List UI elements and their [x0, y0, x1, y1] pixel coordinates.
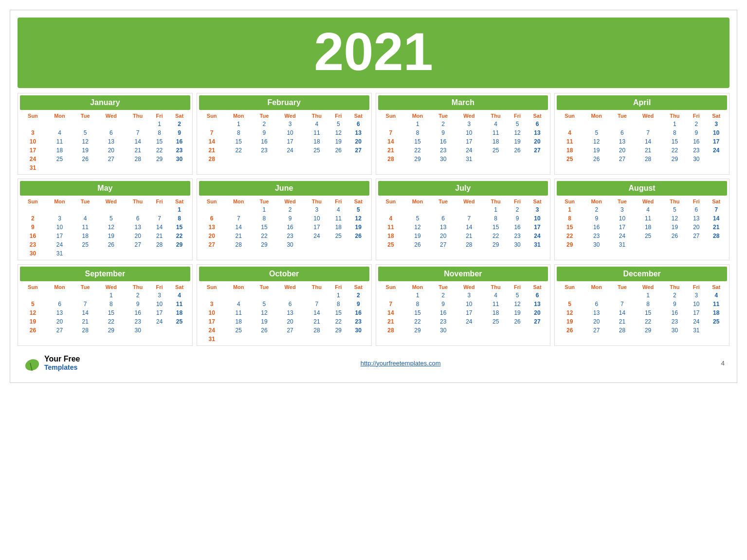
day-header-wed: Wed [97, 283, 125, 291]
calendar-day: 7 [304, 300, 329, 308]
calendar-day: 14 [634, 137, 662, 146]
calendar-day: 18 [168, 308, 190, 317]
calendar-day: 8 [225, 128, 253, 137]
calendar-day: 6 [199, 214, 225, 223]
calendar-day [583, 163, 610, 165]
calendar-day: 15 [557, 223, 583, 232]
calendar-day [329, 335, 347, 343]
calendar-day: 6 [432, 214, 455, 223]
calendar-day: 13 [687, 214, 705, 223]
day-header-tue: Tue [610, 112, 634, 120]
calendar-day: 12 [347, 214, 369, 223]
calendar-day [662, 163, 688, 165]
calendar-day: 11 [225, 308, 253, 317]
calendar-day: 1 [403, 120, 431, 128]
day-header-thu: Thu [483, 112, 509, 120]
calendar-day: 11 [168, 300, 190, 308]
day-header-mon: Mon [46, 198, 73, 205]
month-title-may: May [20, 181, 190, 196]
calendar-day: 17 [527, 223, 548, 232]
day-header-wed: Wed [455, 112, 483, 120]
day-header-tue: Tue [73, 112, 97, 120]
calendar-day [150, 163, 168, 172]
calendar-day: 21 [304, 317, 329, 326]
calendar-day: 12 [508, 300, 526, 308]
calendar-day: 3 [610, 205, 634, 214]
calendar-day: 12 [97, 223, 125, 232]
calendar-day: 28 [378, 155, 404, 163]
calendar-day: 5 [662, 205, 688, 214]
calendar-day: 11 [46, 137, 73, 146]
calendar-day: 9 [432, 128, 455, 137]
day-header-wed: Wed [276, 112, 304, 120]
calendar-day: 16 [583, 223, 610, 232]
calendar-day: 22 [168, 232, 190, 240]
calendar-day: 6 [46, 300, 73, 308]
calendar-day [347, 335, 369, 343]
month-block-june: JuneSunMonTueWedThuFriSat123456789101112… [197, 179, 372, 260]
calendar-day: 19 [508, 308, 526, 317]
calendar-day: 5 [73, 128, 97, 137]
calendar-day: 10 [304, 214, 329, 223]
day-header-fri: Fri [329, 283, 347, 291]
calendar-day [378, 163, 404, 165]
calendar-day: 13 [276, 308, 304, 317]
calendar-day: 14 [304, 308, 329, 317]
calendar-day: 27 [527, 146, 548, 155]
calendar-day [687, 163, 705, 165]
calendar-day: 13 [97, 137, 125, 146]
calendar-day: 21 [73, 317, 97, 326]
calendar-day [483, 163, 509, 165]
calendar-day: 21 [199, 146, 225, 155]
calendar-day: 7 [706, 205, 727, 214]
calendar-day: 23 [253, 146, 276, 155]
day-header-tue: Tue [253, 112, 276, 120]
calendar-day [276, 335, 304, 343]
calendar-day: 20 [687, 223, 705, 232]
day-header-fri: Fri [150, 112, 168, 120]
calendar-day: 10 [20, 137, 46, 146]
calendar-day [706, 249, 727, 251]
calendar-day: 24 [46, 240, 73, 249]
footer-url[interactable]: http://yourfreetemplates.com [361, 360, 441, 367]
day-header-thu: Thu [662, 112, 688, 120]
calendar-day [150, 205, 168, 214]
calendar-day: 19 [329, 137, 347, 146]
day-header-tue: Tue [432, 112, 455, 120]
calendar-day: 10 [150, 300, 168, 308]
calendar-day: 28 [73, 326, 97, 335]
calendar-day: 15 [253, 223, 276, 232]
calendar-day: 17 [46, 232, 73, 240]
calendar-day: 6 [276, 300, 304, 308]
calendar-day: 2 [125, 291, 150, 300]
calendar-day [73, 163, 97, 172]
calendar-day: 29 [97, 326, 125, 335]
calendar-day: 20 [276, 317, 304, 326]
day-header-mon: Mon [225, 283, 253, 291]
calendar-day: 27 [583, 326, 610, 335]
calendar-day: 8 [150, 128, 168, 137]
calendar-day: 23 [432, 317, 455, 326]
day-header-mon: Mon [403, 283, 431, 291]
day-header-fri: Fri [508, 283, 526, 291]
calendar-day: 16 [276, 223, 304, 232]
day-header-mon: Mon [225, 112, 253, 120]
day-header-fri: Fri [150, 283, 168, 291]
calendar-day: 18 [329, 223, 347, 232]
calendar-day: 1 [329, 291, 347, 300]
calendar-day: 24 [150, 317, 168, 326]
calendar-day [557, 120, 583, 128]
calendar-day: 12 [557, 308, 583, 317]
calendar-day: 17 [199, 317, 225, 326]
calendar-day: 8 [483, 214, 509, 223]
day-header-thu: Thu [662, 198, 688, 205]
day-header-fri: Fri [329, 112, 347, 120]
calendar-day: 5 [329, 120, 347, 128]
calendar-day: 14 [225, 223, 253, 232]
calendar-day: 27 [97, 155, 125, 163]
calendar-day [253, 155, 276, 163]
calendar-day: 12 [583, 137, 610, 146]
calendar-day: 22 [662, 146, 688, 155]
calendar-day: 29 [634, 326, 662, 335]
day-header-thu: Thu [483, 283, 509, 291]
